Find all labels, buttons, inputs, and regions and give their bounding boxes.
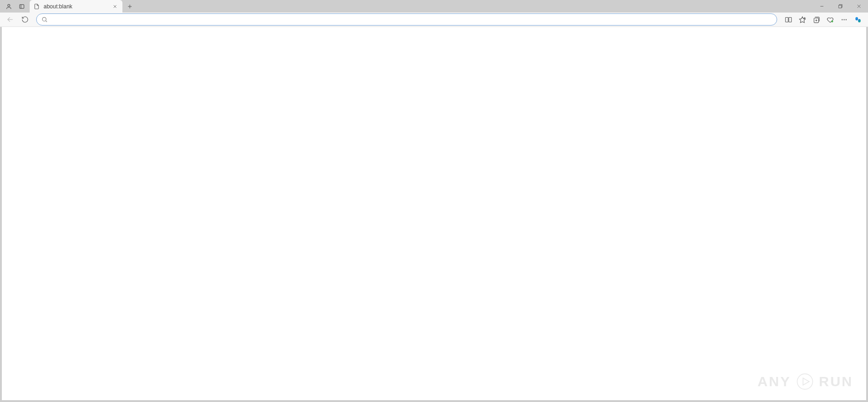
tab-title: about:blank xyxy=(44,3,108,10)
watermark-right-text: RUN xyxy=(819,374,853,389)
close-tab-button[interactable] xyxy=(111,3,119,10)
maximize-icon xyxy=(838,4,843,9)
tab-strip: about:blank xyxy=(0,0,868,13)
toolbar-right xyxy=(782,13,864,26)
svg-point-23 xyxy=(831,20,833,22)
heart-pulse-icon xyxy=(826,16,834,24)
maximize-button[interactable] xyxy=(831,0,849,13)
collections-icon xyxy=(812,16,820,24)
tab-actions-icon xyxy=(19,3,25,10)
browser-essentials-button[interactable] xyxy=(823,13,836,26)
svg-marker-28 xyxy=(803,378,809,385)
svg-line-14 xyxy=(45,20,47,22)
close-icon xyxy=(113,4,117,9)
svg-point-0 xyxy=(8,4,10,6)
profile-button[interactable] xyxy=(3,0,15,13)
new-tab-button[interactable] xyxy=(123,0,136,13)
arrow-left-icon xyxy=(6,16,14,23)
back-button[interactable] xyxy=(4,13,17,26)
star-plus-icon xyxy=(798,16,806,24)
settings-more-button[interactable] xyxy=(837,13,850,26)
svg-rect-1 xyxy=(19,4,24,8)
browser-window: about:blank xyxy=(0,0,868,402)
minimize-icon xyxy=(819,4,824,9)
address-input[interactable] xyxy=(51,16,772,23)
svg-rect-9 xyxy=(838,5,841,8)
split-screen-button[interactable] xyxy=(782,13,795,26)
svg-point-25 xyxy=(843,19,844,20)
close-icon xyxy=(856,4,862,9)
page-icon xyxy=(33,3,40,10)
minimize-button[interactable] xyxy=(812,0,831,13)
svg-rect-16 xyxy=(789,17,791,22)
browser-tab[interactable]: about:blank xyxy=(30,0,122,13)
svg-point-27 xyxy=(797,374,812,389)
svg-point-13 xyxy=(42,17,46,21)
copilot-icon xyxy=(854,16,862,24)
svg-rect-15 xyxy=(785,17,788,22)
tab-strip-left xyxy=(3,0,28,13)
plus-icon xyxy=(127,4,133,9)
window-controls xyxy=(812,0,868,13)
close-window-button[interactable] xyxy=(849,0,868,13)
search-icon xyxy=(41,16,48,23)
favorites-button[interactable] xyxy=(796,13,809,26)
person-icon xyxy=(6,3,12,10)
watermark: ANY RUN xyxy=(758,372,853,391)
refresh-icon xyxy=(21,16,29,23)
watermark-left-text: ANY xyxy=(758,374,791,389)
svg-point-24 xyxy=(842,19,842,20)
toolbar xyxy=(0,13,868,27)
address-bar[interactable] xyxy=(36,13,777,26)
watermark-play xyxy=(796,372,814,391)
play-circle-icon xyxy=(796,372,814,391)
copilot-button[interactable] xyxy=(851,13,864,26)
collections-button[interactable] xyxy=(810,13,823,26)
svg-point-26 xyxy=(845,19,846,20)
refresh-button[interactable] xyxy=(19,13,32,26)
split-screen-icon xyxy=(785,16,792,24)
tab-actions-button[interactable] xyxy=(16,0,28,13)
page-content: ANY RUN xyxy=(0,27,868,402)
more-horizontal-icon xyxy=(840,16,848,24)
